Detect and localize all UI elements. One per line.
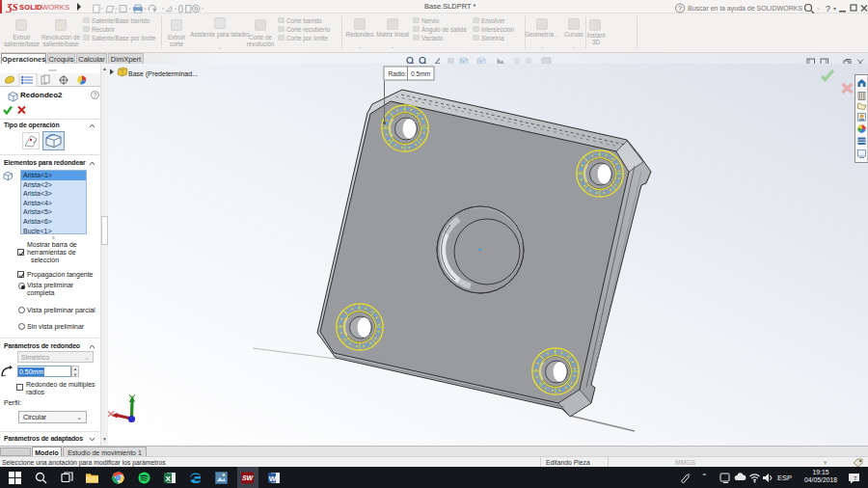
svg-text:?: ?: [678, 5, 682, 12]
svg-text:?: ?: [826, 4, 830, 14]
svg-text:0.5mm: 0.5mm: [411, 70, 431, 77]
svg-text:Buscar en la ayuda de SOLIDWOR: Buscar en la ayuda de SOLIDWORKS: [688, 5, 802, 13]
svg-text:ƷS: ƷS: [6, 2, 18, 13]
svg-text:X: X: [166, 474, 172, 482]
svg-text:W: W: [269, 474, 277, 482]
svg-text:WORKS: WORKS: [41, 3, 69, 12]
svg-text:SW: SW: [242, 474, 254, 481]
svg-text:Base (Predeterminad...: Base (Predeterminad...: [128, 70, 198, 78]
svg-text:Radio:: Radio:: [389, 70, 407, 77]
svg-text:▾: ▾: [833, 6, 836, 12]
svg-text:SOLID: SOLID: [19, 3, 42, 12]
